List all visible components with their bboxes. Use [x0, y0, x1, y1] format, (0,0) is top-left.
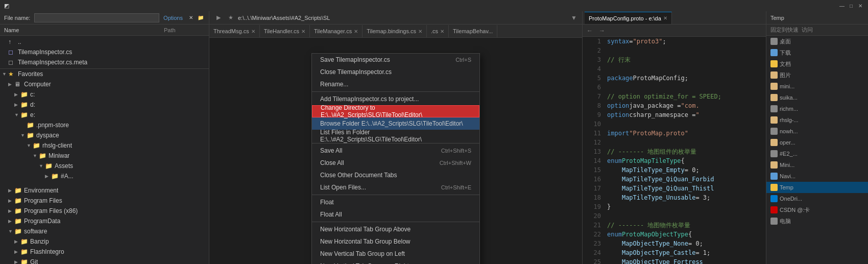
tree-item-dyspace[interactable]: ▼ 📁 dyspace [0, 130, 209, 140]
tab-label: TileHandler.cs [264, 28, 299, 34]
ctx-close-all[interactable]: Close All Ctrl+Shift+W [312, 157, 479, 169]
ctx-float-all[interactable]: Float All [312, 208, 479, 221]
quick-link-minia[interactable]: Mini... [766, 159, 868, 171]
tab-cs[interactable]: .cs ✕ [427, 25, 449, 37]
nav-forward-button[interactable]: → [597, 26, 607, 35]
tree-item-miniwar[interactable]: ▼ 📁 Miniwar [0, 151, 209, 161]
quick-link-e2[interactable]: #E2_... [766, 148, 868, 159]
clear-icon[interactable]: ✕ [187, 14, 195, 22]
folder-icon: 📁 [27, 132, 35, 139]
tree-item-environment[interactable]: ▶ 📁 Environment [0, 185, 209, 196]
ctx-new-vtab-right[interactable]: New Vertical Tab Group on Right [312, 260, 479, 264]
code-line: 14enum ProtoMapTileType { [583, 156, 766, 165]
tab-close-button[interactable]: ✕ [354, 29, 358, 34]
ctx-close-other[interactable]: Close Other Document Tabs [312, 169, 479, 181]
ctx-list-files[interactable]: List Files in Folder E:\..\#A2_Scripts\S… [312, 130, 479, 142]
rp-tab-protomap[interactable]: ProtoMapConfig.proto - e:\da ✕ [585, 12, 672, 24]
quick-link-downloads[interactable]: 下载 [766, 47, 868, 58]
quick-link-label: 下载 [780, 49, 791, 57]
file-name-input[interactable] [34, 13, 159, 22]
code-line: 6 [583, 83, 766, 92]
tree-item-c[interactable]: ▶ 📁 c: [0, 89, 209, 100]
path-forward-button[interactable]: ★ [226, 13, 236, 22]
minimize-button[interactable]: — [838, 2, 846, 9]
quick-link-onedrive[interactable]: OneDri... [766, 193, 868, 204]
quick-link-suika[interactable]: suika... [766, 92, 868, 103]
ctx-close[interactable]: Close TilemapInspector.cs [312, 66, 479, 78]
folder-icon: 📁 [20, 238, 29, 245]
tab-close-button[interactable]: ✕ [440, 29, 444, 34]
tree-item-git[interactable]: ▶ 📁 Git [0, 257, 209, 264]
tree-item-programdata[interactable]: ▶ 📁 ProgramData [0, 216, 209, 226]
code-line: 24 MapObjectType_Castle = 1; [583, 248, 766, 257]
tree-item-software[interactable]: ▼ 📁 software [0, 226, 209, 236]
documents-icon [770, 60, 778, 67]
tree-item-a2[interactable]: ▶ 📁 #A... [0, 171, 209, 181]
close-button[interactable]: ✕ [857, 2, 864, 9]
ctx-browse-folder[interactable]: Browse Folder E:\..\#A2_Scripts\SLG\Tile… [312, 117, 479, 130]
quick-link-navi[interactable]: Navi... [766, 171, 868, 182]
tab-threadmsg[interactable]: ThreadMsg.cs ✕ [209, 25, 260, 37]
tree-item-computer[interactable]: ▶ 🖥 Computer [0, 79, 209, 89]
code-line: 12 [583, 138, 766, 147]
quick-link-desktop[interactable]: 桌面 [766, 36, 868, 47]
maximize-button[interactable]: □ [848, 2, 855, 9]
tree-item-assets[interactable]: ▼ 📁 Assets [0, 161, 209, 171]
tree-item-e[interactable]: ▼ 📁 e: [0, 110, 209, 120]
quick-link-label: Mini... [780, 162, 794, 168]
tree-item-flashintegro[interactable]: ▶ 📁 FlashIntegro [0, 247, 209, 257]
ctx-float[interactable]: Float [312, 196, 479, 208]
ctx-list-open[interactable]: List Open Files... Ctrl+Shift+E [312, 181, 479, 194]
main-layout: File name: Options ✕ 📁 Name Path ↑ .. ◻ … [0, 11, 868, 264]
tab-close-button[interactable]: ✕ [663, 15, 667, 21]
path-back-button[interactable]: ▶ [213, 13, 224, 22]
tree-item-program-files[interactable]: ▶ 📁 Program Files [0, 196, 209, 206]
tree-item-rhslg[interactable]: ▼ 📁 rhslg-client [0, 140, 209, 151]
column-name[interactable]: Name [4, 27, 156, 33]
tab-close-button[interactable]: ✕ [418, 29, 422, 34]
up-dir-icon: ↑ [8, 38, 16, 45]
quick-link-computer[interactable]: 电脑 [766, 215, 868, 227]
quick-link-mini[interactable]: mini... [766, 81, 868, 92]
ctx-save-all[interactable]: Save All Ctrl+Shift+S [312, 145, 479, 157]
tree-item-pnpm[interactable]: 📁 .pnpm-store [0, 120, 209, 130]
quick-link-pictures[interactable]: 图片 [766, 69, 868, 81]
code-line: 5package ProtoMapConfig; [583, 74, 766, 83]
path-dropdown-button[interactable]: ▼ [570, 14, 578, 22]
tab-tilemapbehav[interactable]: TilemapBehav... [449, 25, 497, 37]
tab-close-button[interactable]: ✕ [251, 29, 255, 34]
tab-tilehandler[interactable]: TileHandler.cs ✕ [260, 25, 310, 37]
tab-tilemanager[interactable]: TileManager.cs ✕ [310, 25, 363, 37]
ctx-add-to-project[interactable]: Add TilemapInspector.cs to project... [312, 93, 479, 105]
tree-item-banzip[interactable]: ▶ 📁 Banzip [0, 236, 209, 247]
folder-nav-icon[interactable]: 📁 [197, 14, 205, 22]
quick-link-temp[interactable]: Temp [766, 182, 868, 193]
tab-close-button[interactable]: ✕ [301, 29, 305, 34]
favorites-icon: ★ [8, 70, 16, 78]
quick-link-oper[interactable]: oper... [766, 137, 868, 148]
ctx-change-directory[interactable]: Change Directory to E:\..\#A2_Scripts\SL… [312, 105, 479, 117]
list-item[interactable]: ◻ TilemapInspector.cs.meta [0, 57, 209, 67]
options-link[interactable]: Options [163, 15, 183, 21]
list-item[interactable]: ↑ .. [0, 37, 209, 47]
tab-tilemapbindings[interactable]: Tilemap.bindings.cs ✕ [363, 25, 427, 37]
quick-link-rhslg[interactable]: rhslg-... [766, 114, 868, 126]
folder-icon [770, 94, 778, 101]
tree-item-d[interactable]: ▶ 📁 d: [0, 100, 209, 110]
quick-link-richm[interactable]: richm... [766, 103, 868, 114]
ctx-new-htab-below[interactable]: New Horizontal Tab Group Below [312, 235, 479, 248]
quick-link-csdn[interactable]: CSDN @:卡 [766, 204, 868, 215]
ctx-new-vtab-left[interactable]: New Vertical Tab Group on Left [312, 248, 479, 260]
tree-item-program-files-x86[interactable]: ▶ 📁 Program Files (x86) [0, 206, 209, 216]
quick-link-documents[interactable]: 文档 [766, 58, 868, 69]
ctx-save[interactable]: Save TilemapInspector.cs Ctrl+S [312, 54, 479, 66]
ctx-new-htab-above[interactable]: New Horizontal Tab Group Above [312, 223, 479, 235]
list-item[interactable]: ◻ TilemapInspector.cs [0, 47, 209, 57]
nav-row: ← → [583, 25, 766, 37]
nav-back-button[interactable]: ← [585, 26, 595, 35]
ctx-rename[interactable]: Rename... [312, 78, 479, 90]
tree-item-favorites[interactable]: ▼ ★ Favorites [0, 69, 209, 79]
file-name-bar: File name: Options ✕ 📁 [0, 11, 209, 25]
editor-area: Save TilemapInspector.cs Ctrl+S Close Ti… [209, 38, 582, 264]
quick-link-nowh[interactable]: nowh... [766, 126, 868, 137]
